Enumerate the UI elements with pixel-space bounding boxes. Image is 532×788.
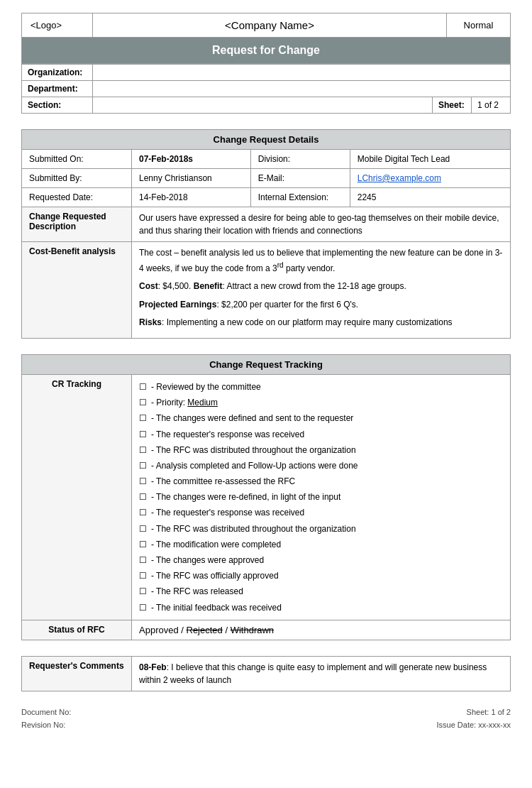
submitted-on-value: 07-Feb-2018s [132,150,251,169]
org-table: Organization: Department: Section: Sheet… [21,64,511,114]
sheet-value: 1 of 2 [472,97,511,114]
status-withdrawn: Withdrawn [231,625,274,635]
tracking-items-cell: ☐ - Reviewed by the committee☐ - Priorit… [132,374,511,620]
footer: Document No: Revision No: Sheet: 1 of 2 … [21,706,511,732]
tracking-item: ☐ - The requester's response was receive… [139,505,503,520]
tracking-item: ☐ - The RFC was distributed throughout t… [139,442,503,458]
submitted-on-label: Submitted On: [22,150,132,169]
checkbox-icon: ☐ [139,505,147,520]
internal-ext-value: 2245 [350,188,510,207]
organization-value [93,65,511,81]
tracking-item: ☐ - The requester's response was receive… [139,427,503,442]
tracking-item: ☐ - The changes were re-defined, in ligh… [139,489,503,505]
cost-benefit-intro: The cost – benefit analysis led us to be… [139,246,503,275]
department-label: Department: [22,81,93,97]
checkbox-icon: ☐ [139,379,147,395]
cost-benefit-projected: Projected Earnings: $2,200 per quarter f… [139,298,503,312]
checkbox-icon: ☐ [139,395,147,410]
checkbox-icon: ☐ [139,537,147,552]
requester-text: : I believe that this change is quite ea… [139,662,487,685]
cr-tracking-label: CR Tracking [22,374,132,620]
tracking-item: ☐ - Priority: Medium [139,395,503,410]
tracking-item: ☐ - Analysis completed and Follow-Up act… [139,458,503,474]
change-desc-label: Change Requested Description [22,207,132,242]
footer-sheet: Sheet: 1 of 2 [436,706,511,719]
checkbox-icon: ☐ [139,489,147,505]
tracking-item: ☐ - Reviewed by the committee [139,379,503,395]
division-value: Mobile Digital Tech Lead [350,150,510,169]
details-section-header: Change Request Details [22,130,511,150]
change-desc-value: Our users have expressed a desire for be… [132,207,511,242]
tracking-item: ☐ - The initial feedback was received [139,600,503,615]
requester-comments-label: Requester's Comments [22,656,132,691]
checkbox-icon: ☐ [139,600,147,615]
division-label: Division: [250,150,350,169]
checkbox-icon: ☐ [139,568,147,584]
cost-benefit-cost: Cost: $4,500. Benefit: Attract a new cro… [139,280,503,293]
change-request-details-table: Change Request Details Submitted On: 07-… [21,129,511,339]
status-of-rfc-value: Approved / Rejected / Withdrawn [132,620,511,640]
style-label: Normal [464,20,494,31]
email-value: LChris@example.com [350,169,510,188]
company-name-cell: <Company Name> [93,13,447,38]
submitted-by-label: Submitted By: [22,169,132,188]
header-table: <Logo> <Company Name> Normal [21,13,511,38]
requested-date-label: Requested Date: [22,188,132,207]
doc-no-label: Document No: [21,706,71,719]
submitted-by-value: Lenny Christianson [132,169,251,188]
company-name: <Company Name> [225,19,314,31]
checkbox-icon: ☐ [139,584,147,599]
tracking-item: ☐ - The RFC was released [139,584,503,599]
checkbox-icon: ☐ [139,458,147,474]
email-link[interactable]: LChris@example.com [358,173,441,183]
cost-benefit-label: Cost-Benefit analysis [22,242,132,339]
status-rejected: Rejected [187,625,223,635]
requester-comments-table: Requester's Comments 08-Feb: I believe t… [21,656,511,691]
status-approved: Approved [139,625,179,635]
logo-text: <Logo> [31,20,62,31]
tracking-item: ☐ - The RFC was distributed throughout t… [139,521,503,537]
checkbox-icon: ☐ [139,521,147,537]
tracking-item: ☐ - The committee re-assessed the RFC [139,474,503,489]
change-request-tracking-table: Change Request Tracking CR Tracking ☐ - … [21,354,511,640]
requested-date-value: 14-Feb-2018 [132,188,251,207]
tracking-item: ☐ - The RFC was officially approved [139,568,503,584]
tracking-item: ☐ - The changes were approved [139,552,503,568]
requester-date: 08-Feb [139,662,167,672]
email-label: E-Mail: [250,169,350,188]
section-value [93,97,433,114]
checkbox-icon: ☐ [139,474,147,489]
checkbox-icon: ☐ [139,410,147,426]
tracking-section-header: Change Request Tracking [22,354,511,374]
cost-benefit-risks: Risks: Implementing a new code on our pl… [139,316,503,329]
internal-ext-label: Internal Extension: [250,188,350,207]
tracking-item: ☐ - The modification were completed [139,537,503,552]
form-title: Request for Change [21,38,511,64]
checkbox-icon: ☐ [139,552,147,568]
department-value [93,81,511,97]
checkbox-icon: ☐ [139,442,147,458]
requester-comments-value: 08-Feb: I believe that this change is qu… [132,656,511,691]
organization-label: Organization: [22,65,93,81]
footer-left: Document No: Revision No: [21,706,71,732]
footer-issue-date: Issue Date: xx-xxx-xx [436,718,511,732]
status-of-rfc-label: Status of RFC [22,620,132,640]
style-cell: Normal [447,13,511,38]
section-label: Section: [22,97,93,114]
footer-right: Sheet: 1 of 2 Issue Date: xx-xxx-xx [436,706,511,732]
cost-benefit-content: The cost – benefit analysis led us to be… [132,242,511,339]
logo-cell: <Logo> [22,13,93,38]
checkbox-icon: ☐ [139,427,147,442]
sheet-label: Sheet: [433,97,472,114]
tracking-item: ☐ - The changes were defined and sent to… [139,410,503,426]
revision-no-label: Revision No: [21,718,71,732]
